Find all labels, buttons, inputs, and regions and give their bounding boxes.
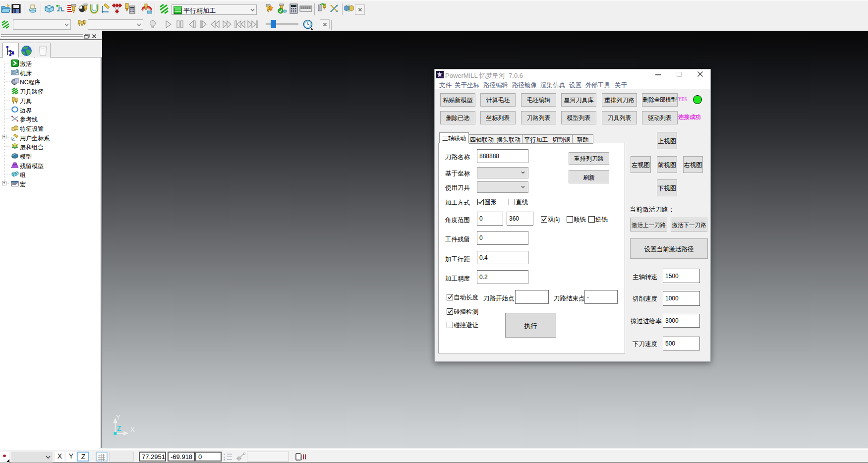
svg-text:z: z: [224, 458, 225, 461]
svg-text:Z: Z: [117, 424, 121, 432]
svg-text:Y: Y: [116, 413, 120, 421]
svg-text:X: X: [130, 426, 135, 433]
